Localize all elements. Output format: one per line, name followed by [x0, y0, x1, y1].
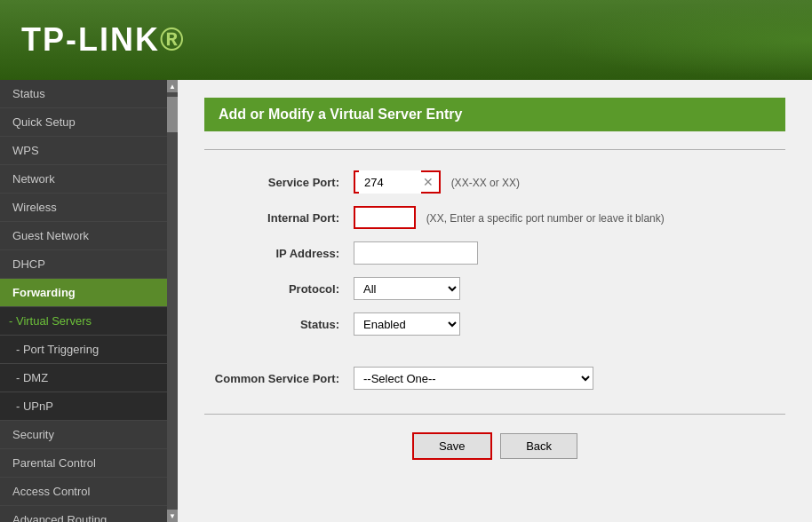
status-field: Enabled Disabled: [346, 306, 785, 342]
protocol-label: Protocol:: [204, 271, 346, 306]
internal-port-hint: (XX, Enter a specific port number or lea…: [426, 212, 665, 225]
internal-port-field: (XX, Enter a specific port number or lea…: [346, 200, 785, 235]
logo-text: TP-LINK: [21, 21, 160, 58]
sidebar-item-advanced-routing[interactable]: Advanced Routing: [0, 506, 167, 522]
ip-address-field: [346, 235, 785, 271]
status-select[interactable]: Enabled Disabled: [354, 312, 460, 336]
save-button[interactable]: Save: [412, 432, 492, 460]
service-port-clear-btn[interactable]: ✕: [421, 176, 435, 188]
main-layout: Status Quick Setup WPS Network Wireless …: [0, 80, 812, 522]
protocol-field: All TCP UDP TCP/UDP: [346, 271, 785, 306]
sidebar-item-forwarding[interactable]: Forwarding: [0, 279, 167, 307]
ip-address-input[interactable]: [354, 241, 478, 265]
sidebar-item-status[interactable]: Status: [0, 80, 167, 108]
sidebar-item-security[interactable]: Security: [0, 421, 167, 449]
sidebar-inner: Status Quick Setup WPS Network Wireless …: [0, 80, 167, 522]
common-service-port-row: Common Service Port: --Select One-- HTTP…: [204, 354, 785, 396]
scroll-thumb[interactable]: [167, 97, 178, 132]
content-inner: Add or Modify a Virtual Server Entry Ser…: [178, 80, 812, 478]
internal-port-row: Internal Port: (XX, Enter a specific por…: [204, 200, 785, 235]
sidebar: Status Quick Setup WPS Network Wireless …: [0, 80, 178, 522]
scroll-up-btn[interactable]: ▲: [167, 80, 178, 92]
sidebar-item-guest-network[interactable]: Guest Network: [0, 222, 167, 250]
service-port-label: Service Port:: [204, 164, 346, 200]
scroll-down-btn[interactable]: ▼: [167, 510, 178, 522]
internal-port-input[interactable]: [354, 206, 416, 229]
protocol-row: Protocol: All TCP UDP TCP/UDP: [204, 271, 785, 306]
header: TP-LINK®: [0, 0, 812, 80]
status-label: Status:: [204, 306, 346, 342]
service-port-input[interactable]: [359, 170, 421, 194]
sidebar-item-network[interactable]: Network: [0, 165, 167, 194]
sidebar-item-wireless[interactable]: Wireless: [0, 194, 167, 222]
sidebar-item-quick-setup[interactable]: Quick Setup: [0, 108, 167, 137]
section-title: Add or Modify a Virtual Server Entry: [204, 98, 785, 131]
ip-address-label: IP Address:: [204, 235, 346, 271]
back-button[interactable]: Back: [500, 433, 577, 459]
spacer-row: [204, 342, 785, 354]
button-row: Save Back: [204, 432, 785, 460]
scrollbar[interactable]: ▲ ▼: [167, 80, 178, 522]
sidebar-item-upnp[interactable]: - UPnP: [0, 392, 167, 421]
protocol-select[interactable]: All TCP UDP TCP/UDP: [354, 277, 460, 300]
sidebar-item-virtual-servers[interactable]: - Virtual Servers: [0, 307, 167, 336]
status-row: Status: Enabled Disabled: [204, 306, 785, 342]
logo-suffix: ®: [160, 21, 186, 58]
sidebar-item-port-triggering[interactable]: - Port Triggering: [0, 336, 167, 364]
service-port-hint: (XX-XX or XX): [451, 177, 520, 189]
internal-port-label: Internal Port:: [204, 200, 346, 235]
form-table: Service Port: ✕ (XX-XX or XX) Internal P…: [204, 164, 785, 396]
common-service-port-select[interactable]: --Select One-- HTTP FTP HTTPS SMTP DNS T…: [354, 367, 593, 390]
bottom-divider: [204, 414, 785, 415]
sidebar-item-parental-control[interactable]: Parental Control: [0, 449, 167, 478]
sidebar-item-access-control[interactable]: Access Control: [0, 478, 167, 506]
sidebar-item-dmz[interactable]: - DMZ: [0, 364, 167, 392]
service-port-field: ✕ (XX-XX or XX): [346, 164, 785, 200]
top-divider: [204, 149, 785, 150]
scroll-track: [167, 92, 178, 510]
common-service-port-field: --Select One-- HTTP FTP HTTPS SMTP DNS T…: [346, 354, 785, 396]
sidebar-item-dhcp[interactable]: DHCP: [0, 250, 167, 279]
ip-address-row: IP Address:: [204, 235, 785, 271]
service-port-input-wrapper: ✕: [354, 170, 441, 194]
common-service-port-label: Common Service Port:: [204, 354, 346, 396]
content-area: Add or Modify a Virtual Server Entry Ser…: [178, 80, 812, 522]
service-port-row: Service Port: ✕ (XX-XX or XX): [204, 164, 785, 200]
logo: TP-LINK®: [21, 21, 186, 59]
sidebar-item-wps[interactable]: WPS: [0, 137, 167, 165]
